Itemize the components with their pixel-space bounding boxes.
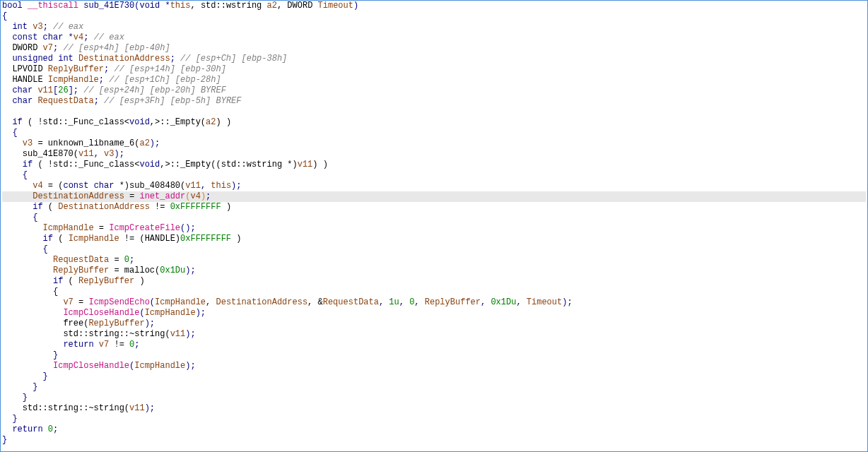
code-token: void <box>139 1 160 11</box>
code-token <box>2 308 63 318</box>
code-line[interactable]: if ( !std::_Func_class<void,>::_Empty((s… <box>2 160 866 170</box>
code-line[interactable]: return 0; <box>2 424 866 435</box>
code-line[interactable]: bool __thiscall sub_41E730(void *this, s… <box>2 1 866 11</box>
code-token: 0x1Du <box>491 297 516 307</box>
code-token: = <box>74 297 89 307</box>
code-line[interactable]: IcmpCloseHandle(IcmpHandle); <box>2 361 866 371</box>
code-line[interactable]: const char *v4; // eax <box>2 32 866 43</box>
code-token <box>74 54 78 64</box>
code-token: ); <box>196 308 206 318</box>
code-line[interactable]: RequestData = 0; <box>2 255 866 266</box>
code-token <box>2 138 23 148</box>
code-token: = <box>124 191 140 201</box>
code-line[interactable]: free(ReplyBuffer); <box>2 319 866 329</box>
code-line[interactable]: { <box>2 244 866 255</box>
code-token: ,>::_Empty( <box>150 117 206 127</box>
code-token: , <box>206 297 216 307</box>
code-token: // eax <box>94 32 124 42</box>
code-token: ( <box>53 234 69 244</box>
code-token: this <box>170 1 191 11</box>
code-token <box>2 340 63 350</box>
code-line[interactable]: { <box>2 213 866 223</box>
code-token: if <box>23 160 33 170</box>
code-line[interactable]: char v11[26]; // [esp+24h] [ebp-20h] BYR… <box>2 85 866 96</box>
code-token: ) <box>201 191 206 201</box>
code-line[interactable]: if ( DestinationAddress != 0xFFFFFFFF ) <box>2 202 866 213</box>
code-line[interactable]: { <box>2 128 866 138</box>
code-token <box>2 160 23 170</box>
code-token: inet_addr <box>139 191 185 201</box>
code-token: 1u <box>389 297 399 307</box>
code-line[interactable]: v4 = (const char *)sub_408480(v11, this)… <box>2 181 866 191</box>
code-line[interactable]: } <box>2 371 866 382</box>
code-token: = <box>109 255 124 265</box>
code-line[interactable]: std::string::~string(v11); <box>2 403 866 414</box>
code-token: ,>::_Empty((std::wstring *) <box>160 160 297 170</box>
code-line[interactable]: char RequestData; // [esp+3Fh] [ebp-5h] … <box>2 96 866 107</box>
code-line[interactable]: } <box>2 382 866 393</box>
code-token: const char <box>63 181 114 191</box>
code-token: , std::wstring <box>190 1 266 11</box>
code-token: DestinationAddress <box>33 191 124 201</box>
code-token: RequestData <box>53 255 109 265</box>
code-token: ); <box>562 297 572 307</box>
code-line[interactable]: return v7 != 0; <box>2 340 866 350</box>
code-token: { <box>2 128 18 138</box>
code-token: { <box>2 287 58 297</box>
code-token <box>2 191 33 201</box>
code-line[interactable]: ReplyBuffer = malloc(0x1Du); <box>2 266 866 276</box>
code-token: ) <box>221 202 231 212</box>
code-line[interactable]: IcmpCloseHandle(IcmpHandle); <box>2 308 866 319</box>
code-token <box>2 234 43 244</box>
code-token: *)sub_408480( <box>114 181 185 191</box>
code-line[interactable]: LPVOID ReplyBuffer; // [esp+14h] [ebp-30… <box>2 64 866 75</box>
code-line[interactable]: DWORD v7; // [esp+4h] [ebp-40h] <box>2 43 866 54</box>
code-line[interactable]: HANDLE IcmpHandle; // [esp+1Ch] [ebp-28h… <box>2 75 866 85</box>
code-line[interactable]: IcmpHandle = IcmpCreateFile(); <box>2 223 866 234</box>
code-token: } <box>2 350 58 360</box>
code-line[interactable]: } <box>2 435 866 446</box>
code-token: ReplyBuffer <box>88 319 144 328</box>
code-listing[interactable]: bool __thiscall sub_41E730(void *this, s… <box>1 1 867 446</box>
code-line[interactable]: if ( ReplyBuffer ) <box>2 276 866 287</box>
code-token: ( <box>139 308 144 318</box>
code-token: , <box>399 297 409 307</box>
code-line[interactable]: { <box>2 11 866 22</box>
code-token: std::string::~string( <box>2 329 170 339</box>
code-line[interactable]: unsigned int DestinationAddress; // [esp… <box>2 54 866 64</box>
code-line[interactable] <box>2 107 866 117</box>
code-token: v11 <box>37 85 53 95</box>
code-token <box>2 22 12 32</box>
code-token: if <box>43 234 53 244</box>
code-line[interactable]: { <box>2 170 866 181</box>
code-line[interactable]: std::string::~string(v11); <box>2 329 866 340</box>
code-line[interactable]: } <box>2 393 866 403</box>
code-token: ; <box>53 43 63 53</box>
code-token <box>2 361 53 371</box>
code-line[interactable]: { <box>2 287 866 297</box>
code-token: ) <box>231 234 241 244</box>
code-token: void <box>129 117 150 127</box>
code-token: ); <box>231 181 241 191</box>
code-token: ); <box>145 403 155 413</box>
code-line[interactable]: } <box>2 414 866 424</box>
code-line[interactable]: } <box>2 350 866 361</box>
code-line[interactable]: DestinationAddress = inet_addr(v4); <box>2 191 866 202</box>
code-token <box>2 266 53 275</box>
code-token: v3 <box>23 138 33 148</box>
code-line[interactable]: v7 = IcmpSendEcho(IcmpHandle, Destinatio… <box>2 297 866 308</box>
code-token: ( !std::_Func_class< <box>33 160 139 170</box>
code-line[interactable]: if ( !std::_Func_class<void,>::_Empty(a2… <box>2 117 866 128</box>
code-token: , <box>516 297 526 307</box>
code-token: ); <box>150 138 160 148</box>
code-line[interactable]: v3 = unknown_libname_6(a2); <box>2 138 866 149</box>
code-line[interactable]: int v3; // eax <box>2 22 866 32</box>
code-token: DWORD <box>2 43 43 53</box>
code-token: v11 <box>78 149 94 159</box>
code-line[interactable]: if ( IcmpHandle != (HANDLE)0xFFFFFFFF ) <box>2 234 866 244</box>
code-token <box>2 276 53 286</box>
code-line[interactable]: sub_41E870(v11, v3); <box>2 149 866 160</box>
decompiler-view[interactable]: bool __thiscall sub_41E730(void *this, s… <box>0 0 868 452</box>
code-token: , <box>201 181 211 191</box>
code-token: ); <box>185 361 195 371</box>
